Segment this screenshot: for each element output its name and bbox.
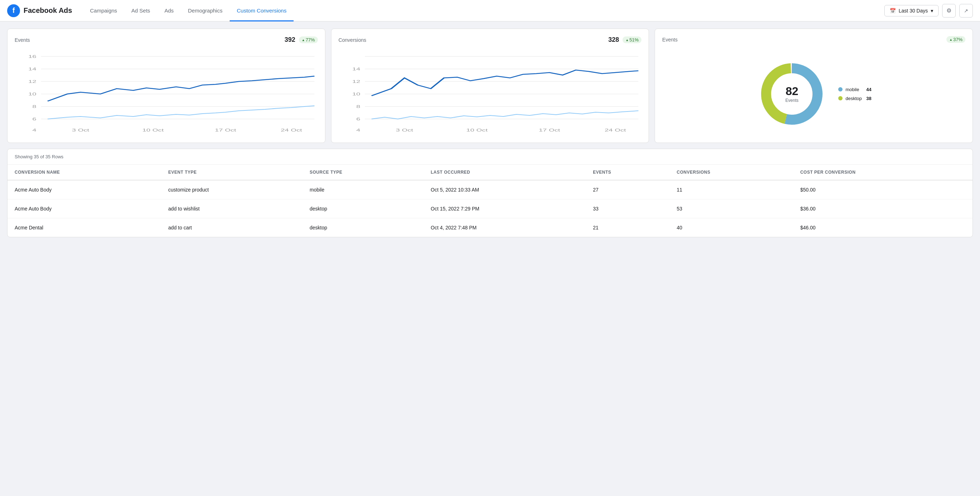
filter-icon: ⚙ (947, 7, 951, 14)
col-conversion-name: CONVERSION NAME (8, 165, 161, 180)
mobile-value: 44 (866, 87, 871, 92)
svg-text:16: 16 (28, 54, 37, 59)
chevron-down-icon: ▾ (931, 8, 933, 14)
conversions-card-title: Conversions (339, 37, 366, 43)
svg-text:6: 6 (356, 117, 360, 121)
desktop-label: desktop (845, 96, 863, 101)
nav-tabs: Campaigns Ad Sets Ads Demographics Custo… (83, 0, 884, 21)
svg-text:4: 4 (32, 128, 37, 132)
events-badge: 77% (299, 37, 318, 43)
cell-last-occurred-1: Oct 15, 2022 7:29 PM (423, 199, 586, 218)
tab-demographics[interactable]: Demographics (181, 0, 230, 21)
events-line-card: Events 392 77% 16 14 (7, 29, 325, 143)
cell-source-type-2: desktop (302, 218, 423, 237)
table-row: Acme Dental add to cart desktop Oct 4, 2… (8, 218, 972, 237)
table-header-row: CONVERSION NAME EVENT TYPE SOURCE TYPE L… (8, 165, 972, 180)
app-title: Facebook Ads (24, 6, 72, 14)
svg-text:6: 6 (32, 117, 37, 121)
date-range-label: Last 30 Days (899, 8, 928, 14)
events-line-chart: 16 14 12 10 8 6 4 3 Oct 10 Oct 17 Oct 24… (14, 49, 318, 135)
tab-adsets[interactable]: Ad Sets (124, 0, 158, 21)
col-cost-per-conversion: COST PER CONVERSION (793, 165, 972, 180)
table-row: Acme Auto Body customize product mobile … (8, 180, 972, 199)
svg-text:4: 4 (356, 128, 360, 132)
events-card-meta: 392 77% (285, 36, 318, 44)
donut-center-label: Events (785, 98, 799, 103)
cell-conversions-2: 40 (670, 218, 793, 237)
svg-text:17 Oct: 17 Oct (539, 128, 560, 132)
svg-text:14: 14 (352, 67, 360, 71)
calendar-icon: 📅 (889, 8, 896, 14)
cell-cost-1: $36.00 (793, 199, 972, 218)
events-card-value: 392 (285, 36, 295, 44)
logo-area: f Facebook Ads (7, 4, 72, 17)
table-info: Showing 35 of 35 Rows (8, 149, 972, 165)
events-donut-card: Events 37% 82 Events (655, 29, 973, 143)
legend-item-desktop: desktop 38 (838, 96, 871, 101)
cell-events-2: 21 (586, 218, 670, 237)
filter-button[interactable]: ⚙ (942, 4, 956, 18)
table-header: CONVERSION NAME EVENT TYPE SOURCE TYPE L… (8, 165, 972, 180)
cell-name-2: Acme Dental (8, 218, 161, 237)
cell-event-type-0: customize product (161, 180, 302, 199)
table-section: Showing 35 of 35 Rows CONVERSION NAME EV… (7, 149, 973, 237)
conversions-table: CONVERSION NAME EVENT TYPE SOURCE TYPE L… (8, 165, 972, 237)
header: f Facebook Ads Campaigns Ad Sets Ads Dem… (0, 0, 980, 21)
tab-custom-conversions[interactable]: Custom Conversions (230, 0, 294, 21)
svg-text:17 Oct: 17 Oct (215, 128, 236, 132)
cell-events-0: 27 (586, 180, 670, 199)
cards-row: Events 392 77% 16 14 (7, 29, 973, 143)
donut-center: 82 Events (785, 85, 799, 103)
table-row: Acme Auto Body add to wishlist desktop O… (8, 199, 972, 218)
conversions-line-card: Conversions 328 51% 14 12 (331, 29, 649, 143)
share-button[interactable]: ↗ (959, 4, 973, 18)
donut-wrapper: 82 Events (756, 58, 827, 130)
conversions-card-meta: 328 51% (608, 36, 641, 44)
tab-campaigns[interactable]: Campaigns (83, 0, 124, 21)
share-icon: ↗ (964, 8, 968, 14)
cell-last-occurred-2: Oct 4, 2022 7:48 PM (423, 218, 586, 237)
svg-text:24 Oct: 24 Oct (605, 128, 626, 132)
donut-content: 82 Events mobile 44 desktop 38 (662, 49, 966, 136)
main-content: Events 392 77% 16 14 (0, 21, 980, 244)
svg-text:3 Oct: 3 Oct (396, 128, 413, 132)
svg-text:12: 12 (28, 79, 37, 84)
svg-text:12: 12 (352, 79, 360, 84)
col-events: EVENTS (586, 165, 670, 180)
svg-text:8: 8 (356, 104, 360, 108)
header-actions: 📅 Last 30 Days ▾ ⚙ ↗ (884, 4, 973, 18)
col-source-type: SOURCE TYPE (302, 165, 423, 180)
cell-name-0: Acme Auto Body (8, 180, 161, 199)
svg-text:10: 10 (352, 92, 360, 96)
donut-value: 82 (786, 85, 799, 98)
table-body: Acme Auto Body customize product mobile … (8, 180, 972, 237)
desktop-value: 38 (866, 96, 871, 101)
col-last-occurred: LAST OCCURRED (423, 165, 586, 180)
cell-conversions-0: 11 (670, 180, 793, 199)
cell-event-type-2: add to cart (161, 218, 302, 237)
svg-text:10: 10 (28, 92, 37, 96)
svg-text:3 Oct: 3 Oct (72, 128, 89, 132)
svg-text:8: 8 (32, 104, 37, 108)
cell-events-1: 33 (586, 199, 670, 218)
conversions-card-header: Conversions 328 51% (339, 36, 642, 44)
tab-ads[interactable]: Ads (157, 0, 181, 21)
cell-cost-2: $46.00 (793, 218, 972, 237)
conversions-line-chart: 14 12 10 8 6 4 3 Oct 10 Oct 17 Oct 24 Oc… (339, 49, 642, 135)
cell-cost-0: $50.00 (793, 180, 972, 199)
svg-text:14: 14 (28, 67, 37, 71)
cell-event-type-1: add to wishlist (161, 199, 302, 218)
donut-card-meta: 37% (947, 36, 966, 43)
svg-text:10 Oct: 10 Oct (143, 128, 164, 132)
desktop-dot (838, 96, 843, 100)
donut-card-header: Events 37% (662, 36, 966, 43)
facebook-icon: f (7, 4, 20, 17)
cell-name-1: Acme Auto Body (8, 199, 161, 218)
conversions-card-value: 328 (608, 36, 619, 44)
mobile-label: mobile (845, 87, 863, 92)
cell-source-type-0: mobile (302, 180, 423, 199)
conversions-badge: 51% (622, 37, 641, 43)
date-range-button[interactable]: 📅 Last 30 Days ▾ (884, 5, 939, 16)
donut-card-title: Events (662, 37, 678, 43)
cell-last-occurred-0: Oct 5, 2022 10:33 AM (423, 180, 586, 199)
